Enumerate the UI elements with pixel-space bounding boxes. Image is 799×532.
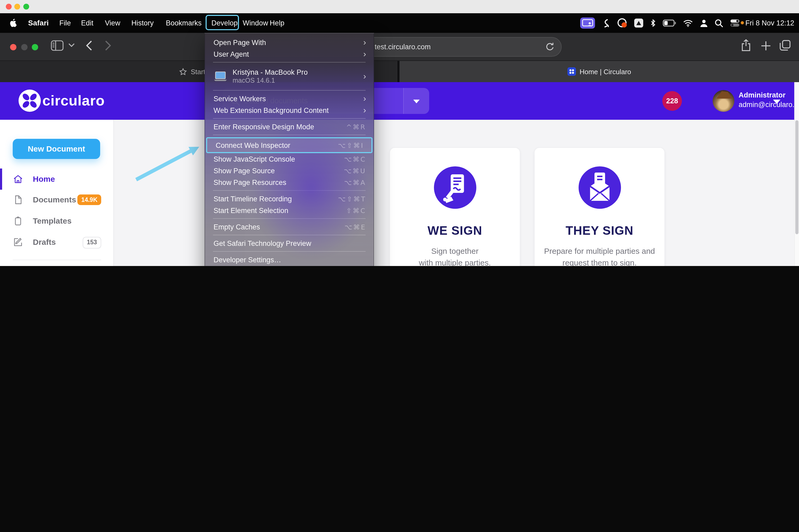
menubar-status-icons <box>580 13 740 33</box>
circularo-favicon <box>568 67 576 76</box>
hook-utility-icon[interactable] <box>602 18 610 28</box>
scrollbar-thumb[interactable] <box>795 120 798 234</box>
control-center-icon[interactable] <box>730 19 740 27</box>
safari-tabbar: Start Home | Circularo <box>0 61 799 82</box>
sidebar-item-home[interactable]: Home <box>0 169 113 190</box>
back-button[interactable] <box>86 40 92 51</box>
forward-button[interactable] <box>105 40 111 51</box>
menu-item-connect-web-inspector[interactable]: Connect Web Inspector⌥⇧⌘I <box>206 137 373 153</box>
safari-minimize-button[interactable] <box>21 44 27 50</box>
they-sign-desc-1: Prepare for multiple parties and <box>544 246 655 255</box>
menu-item-show-page-resources[interactable]: Show Page Resources⌥⌘A <box>205 176 374 188</box>
we-sign-icon <box>434 166 476 209</box>
menu-item-enter-responsive-design-mode[interactable]: Enter Responsive Design Mode^⌘R <box>205 121 374 132</box>
tab-overview-icon[interactable] <box>779 40 791 51</box>
app-header: circularo Search documents 228 Administr… <box>0 82 799 120</box>
new-tab-icon[interactable] <box>761 41 771 51</box>
draft-edit-icon <box>13 237 23 247</box>
menu-item-show-page-source[interactable]: Show Page Source⌥⌘U <box>205 165 374 176</box>
they-sign-desc-2: request them to sign. <box>563 258 636 266</box>
chevron-down-icon <box>413 99 420 103</box>
record-status-icon[interactable] <box>617 18 627 28</box>
menu-item-empty-caches[interactable]: Empty Caches⌥⌘E <box>205 221 374 233</box>
documents-count-badge: 14.9K <box>78 194 101 205</box>
share-icon[interactable] <box>741 39 751 52</box>
apple-menu-icon[interactable] <box>9 13 18 33</box>
user-menu-chevron-icon[interactable] <box>773 100 780 104</box>
new-document-button[interactable]: New Document <box>13 139 100 159</box>
divider <box>13 260 101 260</box>
avatar[interactable] <box>712 90 734 112</box>
menu-item-service-workers[interactable]: Service Workers <box>205 93 374 104</box>
menubar-item-history[interactable]: History <box>131 13 154 33</box>
bluetooth-icon[interactable] <box>650 19 656 27</box>
menu-item-get-safari-technology-preview[interactable]: Get Safari Technology Preview <box>205 238 374 249</box>
notification-badge[interactable]: 228 <box>662 91 682 111</box>
menu-item-device[interactable]: Kristýna - MacBook Pro macOS 14.6.1 <box>205 65 374 88</box>
spotlight-search-icon[interactable] <box>715 19 723 27</box>
menu-item-show-javascript-console[interactable]: Show JavaScript Console⌥⌘C <box>205 153 374 165</box>
menu-item-start-timeline-recording[interactable]: Start Timeline Recording⌥⇧⌘T <box>205 193 374 205</box>
close-window-button[interactable] <box>6 4 12 10</box>
menubar-item-bookmarks[interactable]: Bookmarks <box>166 13 202 33</box>
menu-divider <box>213 90 366 91</box>
screen-mirroring-icon[interactable] <box>580 18 595 28</box>
sidebar-item-documents[interactable]: Documents 14.9K <box>0 189 113 210</box>
sidebar: New Document Home Documents 14.9K Templa… <box>0 120 114 266</box>
sidebar-chevron-icon[interactable] <box>68 43 75 47</box>
zoom-window-button[interactable] <box>23 4 29 10</box>
sidebar-item-templates[interactable]: Templates <box>0 210 113 231</box>
they-sign-card[interactable]: THEY SIGN Prepare for multiple parties a… <box>534 147 665 266</box>
macos-menubar: Safari File Edit View History Bookmarks … <box>0 13 799 33</box>
menubar-clock[interactable]: Fri 8 Nov 12:12 <box>745 13 794 33</box>
menubar-item-view[interactable]: View <box>105 13 120 33</box>
address-bar-url: test.circularo.com <box>375 43 431 51</box>
menubar-item-file[interactable]: File <box>59 13 71 33</box>
menu-divider <box>213 118 366 119</box>
document-icon <box>13 194 23 205</box>
safari-toolbar: test.circularo.com <box>0 33 799 61</box>
brand-name[interactable]: circularo <box>42 82 104 120</box>
we-sign-desc-2: with multiple parties. <box>419 258 491 266</box>
fast-user-switch-icon[interactable] <box>700 19 708 27</box>
menubar-item-window[interactable]: Window <box>243 13 268 33</box>
screen: Safari File Edit View History Bookmarks … <box>0 0 799 266</box>
menu-divider <box>213 251 366 252</box>
scrollbar[interactable] <box>794 82 799 266</box>
device-name: Kristýna - MacBook Pro <box>233 68 308 77</box>
menu-item-developer-settings[interactable]: Developer Settings… <box>205 254 374 265</box>
menu-divider <box>213 190 366 191</box>
prism-app-icon[interactable] <box>634 19 643 27</box>
menu-item-open-page-with[interactable]: Open Page With <box>205 37 374 48</box>
menu-item-user-agent[interactable]: User Agent <box>205 48 374 60</box>
menubar-item-edit[interactable]: Edit <box>81 13 94 33</box>
menubar-item-help[interactable]: Help <box>270 13 285 33</box>
menu-item-feature-flags[interactable]: Feature Flags… <box>205 265 374 266</box>
wifi-icon[interactable] <box>683 19 693 27</box>
device-os: macOS 14.6.1 <box>233 77 308 85</box>
clipboard-icon <box>13 216 23 226</box>
search-type-dropdown[interactable] <box>403 88 429 114</box>
outer-window-titlebar <box>0 0 799 13</box>
tab-home-circularo[interactable]: Home | Circularo <box>400 61 799 82</box>
reload-icon[interactable] <box>546 42 554 51</box>
user-name: Administrator <box>739 91 785 99</box>
user-email: admin@circularo.com <box>739 101 799 109</box>
safari-fullscreen-button[interactable] <box>32 44 38 50</box>
menu-item-start-element-selection[interactable]: Start Element Selection⇧⌘C <box>205 205 374 216</box>
status-dot <box>741 21 744 24</box>
sidebar-toggle-icon[interactable] <box>51 40 63 51</box>
safari-close-button[interactable] <box>10 44 16 50</box>
menubar-item-safari[interactable]: Safari <box>28 13 49 33</box>
menu-item-web-extension-background-content[interactable]: Web Extension Background Content <box>205 104 374 116</box>
we-sign-desc-1: Sign together <box>431 246 478 255</box>
menu-divider <box>213 135 366 135</box>
we-sign-card[interactable]: WE SIGN Sign together with multiple part… <box>389 147 520 266</box>
drafts-count-badge: 153 <box>83 237 101 248</box>
circularo-logo[interactable] <box>18 89 41 112</box>
battery-icon[interactable] <box>663 20 676 26</box>
sidebar-item-drafts[interactable]: Drafts 153 <box>0 231 113 253</box>
menu-divider <box>213 218 366 219</box>
they-sign-icon <box>578 166 621 209</box>
minimize-window-button[interactable] <box>14 4 20 10</box>
